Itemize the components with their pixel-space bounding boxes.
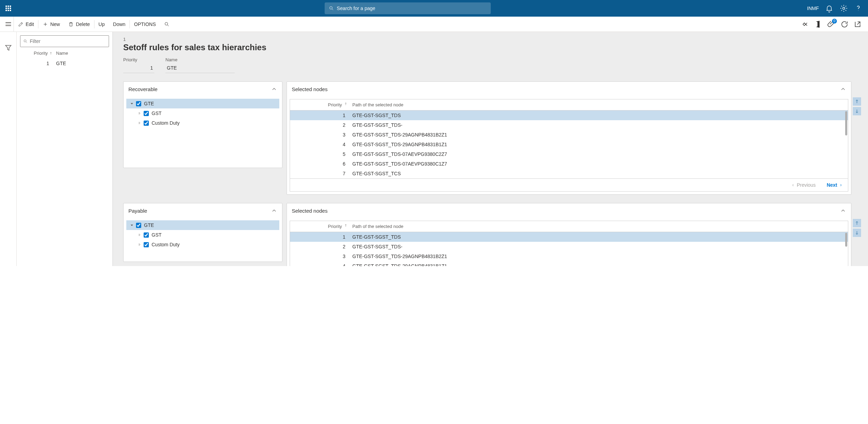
col-priority-header[interactable]: Priority <box>293 224 352 229</box>
tree-item-label: GST <box>152 111 162 116</box>
tree-checkbox[interactable] <box>144 121 149 126</box>
row-path: GTE-GST-SGST_TDS <box>352 113 845 118</box>
chevron-up-icon[interactable] <box>840 207 846 214</box>
table-row[interactable]: 3GTE-GST-SGST_TDS-29AGNPB4831B2Z1 <box>290 130 848 140</box>
row-priority: 1 <box>293 234 352 240</box>
chevron-up-icon[interactable] <box>840 86 846 92</box>
scrollbar[interactable] <box>845 233 847 247</box>
tree-toggle[interactable] <box>130 101 134 106</box>
recoverable-header[interactable]: Recoverable <box>124 82 282 96</box>
tree-item[interactable]: GST <box>126 230 279 240</box>
table-row[interactable]: 7GTE-GST-SGST_TCS <box>290 169 848 178</box>
priority-value[interactable]: 1 <box>123 64 154 73</box>
trash-icon <box>68 21 74 27</box>
next-button[interactable]: Next <box>827 182 843 188</box>
left-rail <box>0 32 17 266</box>
edit-button[interactable]: Edit <box>14 17 38 32</box>
up-button[interactable]: Up <box>94 17 109 32</box>
tree-item-label: GST <box>152 232 162 238</box>
table-row[interactable]: 3GTE-GST-SGST_TDS-29AGNPB4831B2Z1 <box>290 251 848 261</box>
selected-nodes-body-1: Priority Path of the selected node 1GTE-… <box>287 96 851 194</box>
related-info-button[interactable] <box>801 20 809 28</box>
table-row[interactable]: 2GTE-GST-SGST_TDS- <box>290 120 848 130</box>
chevron-up-icon[interactable] <box>271 207 277 214</box>
scrollbar[interactable] <box>845 111 847 135</box>
grid-body[interactable]: 1GTE-GST-SGST_TDS2GTE-GST-SGST_TDS-3GTE-… <box>290 111 848 178</box>
notifications-button[interactable] <box>825 4 833 12</box>
table-row[interactable]: 5GTE-GST-SGST_TDS-07AEVPG9380C2Z7 <box>290 149 848 159</box>
selected-nodes-header-1[interactable]: Selected nodes <box>287 82 851 96</box>
chevron-up-icon[interactable] <box>271 86 277 92</box>
selected-nodes-grid-1: Priority Path of the selected node 1GTE-… <box>290 99 848 192</box>
tree-toggle[interactable] <box>137 121 142 125</box>
tree-item[interactable]: Custom Duty <box>126 118 279 128</box>
tree-toggle[interactable] <box>137 242 142 247</box>
popout-button[interactable] <box>853 20 862 28</box>
gear-icon <box>840 4 848 12</box>
grid-header: Priority Path of the selected node <box>290 221 848 232</box>
name-value[interactable]: GTE <box>165 64 235 73</box>
tree-checkbox[interactable] <box>144 242 149 247</box>
delete-button[interactable]: Delete <box>64 17 94 32</box>
tree-checkbox[interactable] <box>144 111 149 116</box>
list-filter[interactable] <box>20 35 109 47</box>
app-launcher-button[interactable] <box>3 3 14 14</box>
move-down-button[interactable] <box>853 229 861 237</box>
table-row[interactable]: 1GTE-GST-SGST_TDS <box>290 111 848 120</box>
tree-item[interactable]: GTE <box>126 220 279 230</box>
row-path: GTE-GST-SGST_TDS-07AEVPG9380C1Z7 <box>352 161 845 167</box>
office-button[interactable] <box>814 20 822 28</box>
tree-toggle[interactable] <box>137 111 142 115</box>
table-row[interactable]: 1GTE-GST-SGST_TDS <box>290 232 848 242</box>
tree-checkbox[interactable] <box>136 101 141 106</box>
col-path-header[interactable]: Path of the selected node <box>352 102 845 107</box>
company-label[interactable]: INMF <box>807 6 819 11</box>
global-search[interactable] <box>325 2 491 14</box>
attachments-button[interactable]: 0 <box>827 20 835 28</box>
search-button[interactable] <box>160 17 174 32</box>
tree-item[interactable]: Custom Duty <box>126 240 279 249</box>
help-button[interactable] <box>854 4 862 12</box>
tree-toggle[interactable] <box>130 223 134 227</box>
tree-item[interactable]: GST <box>126 108 279 118</box>
table-row[interactable]: 2GTE-GST-SGST_TDS- <box>290 242 848 251</box>
nav-toggle-button[interactable] <box>3 17 14 32</box>
global-search-input[interactable] <box>337 6 487 11</box>
payable-title: Payable <box>128 208 147 214</box>
tree-checkbox[interactable] <box>136 223 141 228</box>
payable-header[interactable]: Payable <box>124 203 282 218</box>
selected-nodes-title: Selected nodes <box>292 208 327 214</box>
new-button[interactable]: New <box>38 17 64 32</box>
tree-checkbox[interactable] <box>144 232 149 238</box>
command-bar: Edit New Delete Up Down OPTIONS 0 <box>0 17 868 32</box>
search-icon <box>329 6 334 11</box>
move-down-button[interactable] <box>853 107 861 115</box>
row-priority: 4 <box>293 263 352 266</box>
table-row[interactable]: 6GTE-GST-SGST_TDS-07AEVPG9380C1Z7 <box>290 159 848 169</box>
col-path-header[interactable]: Path of the selected node <box>352 224 845 229</box>
col-priority-header[interactable]: Priority <box>293 102 352 107</box>
list-item[interactable]: 1GTE <box>17 58 112 69</box>
col-priority-header[interactable]: Priority <box>20 51 56 56</box>
row-path: GTE-GST-SGST_TDS- <box>352 122 845 128</box>
form-row: Priority 1 Name GTE <box>123 57 861 73</box>
previous-button[interactable]: Previous <box>791 182 815 188</box>
options-button[interactable]: OPTIONS <box>130 17 160 32</box>
refresh-button[interactable] <box>840 20 849 28</box>
row-path: GTE-GST-SGST_TDS-07AEVPG9380C2Z7 <box>352 151 845 157</box>
col-name-header[interactable]: Name <box>56 51 109 56</box>
tree-item[interactable]: GTE <box>126 99 279 108</box>
selected-nodes-title: Selected nodes <box>292 86 327 92</box>
down-button[interactable]: Down <box>109 17 130 32</box>
table-row[interactable]: 4GTE-GST-SGST_TDS-29AGNPB4831B1Z1 <box>290 261 848 266</box>
filter-rail-button[interactable] <box>4 44 12 52</box>
move-up-button[interactable] <box>853 219 861 227</box>
move-up-button[interactable] <box>853 97 861 106</box>
edit-label: Edit <box>26 21 34 27</box>
tree-toggle[interactable] <box>137 233 142 237</box>
grid-body[interactable]: 1GTE-GST-SGST_TDS2GTE-GST-SGST_TDS-3GTE-… <box>290 232 848 266</box>
selected-nodes-header-2[interactable]: Selected nodes <box>287 203 851 218</box>
settings-button[interactable] <box>840 4 848 12</box>
table-row[interactable]: 4GTE-GST-SGST_TDS-29AGNPB4831B1Z1 <box>290 140 848 149</box>
list-filter-input[interactable] <box>30 38 106 44</box>
